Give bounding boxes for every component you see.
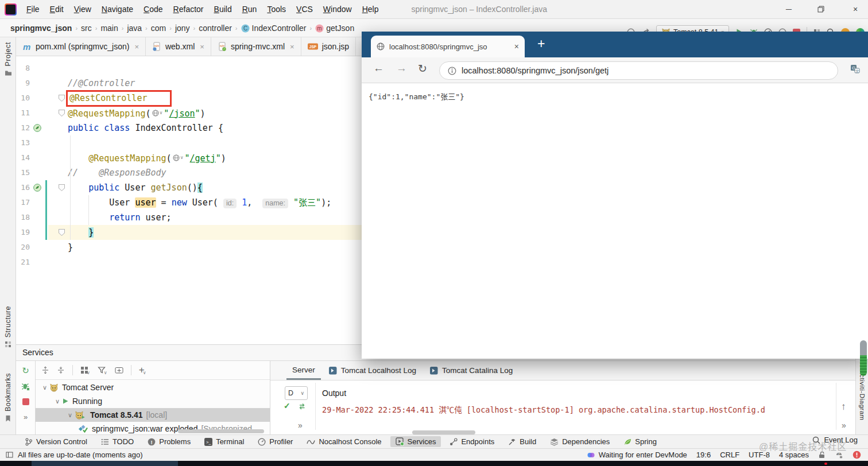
chevron-down-icon[interactable]: ∨	[65, 411, 75, 419]
menu-file[interactable]: File	[21, 0, 45, 18]
tab-close-icon[interactable]: ×	[290, 42, 294, 51]
tree-node-springmvc-json-war-exploded[interactable]: springmvc_json:war exploded[Synchronized	[36, 422, 286, 436]
menu-refactor[interactable]: Refactor	[168, 0, 209, 18]
toolwindow-spring[interactable]: Spring	[618, 436, 662, 447]
fold-marker-icon[interactable]	[59, 229, 65, 236]
breadcrumb-item-com[interactable]: com	[151, 24, 166, 33]
log-dropdown[interactable]: D ∨	[285, 386, 308, 400]
chevron-down-icon: ∨	[300, 390, 304, 396]
menu-tools[interactable]: Tools	[262, 0, 291, 18]
stop-button[interactable]	[22, 398, 29, 405]
fold-marker-icon[interactable]	[59, 184, 65, 191]
info-icon[interactable]	[448, 67, 456, 75]
indent-setting[interactable]: 4 spaces	[779, 451, 809, 459]
browser-tab[interactable]: localhost:8080/springmvc_jso ×	[371, 36, 525, 57]
new-tab-button[interactable]: +	[537, 36, 545, 52]
unlock-icon[interactable]	[818, 451, 826, 459]
toolwindow-todo[interactable]: TODO	[96, 436, 139, 447]
minimize-button[interactable]: ─	[784, 5, 793, 14]
stripe-bookmarks[interactable]: Bookmarks	[0, 373, 16, 422]
menu-navigate[interactable]: Navigate	[96, 0, 138, 18]
scroll-up-button[interactable]: ↑	[841, 401, 846, 413]
forward-button[interactable]: →	[396, 62, 407, 75]
editor-tab-json.jsp[interactable]: JSPjson.jsp	[301, 37, 356, 56]
more-right-actions[interactable]: »	[842, 421, 846, 430]
toolwindow-build[interactable]: Build	[503, 436, 541, 447]
restore-button[interactable]	[817, 6, 827, 13]
fold-marker-icon[interactable]	[59, 95, 65, 102]
reload-button[interactable]: ↻	[418, 62, 427, 75]
debug-restart-button[interactable]	[21, 382, 30, 391]
toolwindow-terminal[interactable]: >_Terminal	[199, 436, 249, 447]
breadcrumb-separator: ›	[192, 25, 197, 32]
editor-tab-pom.xml[interactable]: mpom.xml (springmvc_json)×	[16, 37, 146, 56]
toolwindow-dependencies[interactable]: Dependencies	[545, 436, 615, 447]
toolwindow-profiler[interactable]: Profiler	[253, 436, 298, 447]
menu-build[interactable]: Build	[209, 0, 237, 18]
toolwindow-services[interactable]: Services	[390, 436, 441, 447]
stripe-structure[interactable]: Structure	[0, 306, 16, 348]
expand-all-button[interactable]	[41, 366, 49, 374]
error-indicator-icon[interactable]	[852, 451, 861, 459]
menu-view[interactable]: View	[69, 0, 96, 18]
event-log-button[interactable]: Event Log	[812, 436, 858, 444]
stripe-project[interactable]: Project	[0, 42, 16, 76]
breadcrumb-item-jony[interactable]: jony	[175, 24, 190, 33]
filter-button[interactable]: ∨	[98, 366, 107, 374]
browser-scrollbar[interactable]	[860, 340, 867, 376]
menu-code[interactable]: Code	[138, 0, 168, 18]
group-button[interactable]: ∨	[80, 366, 90, 374]
frame-plus-button[interactable]	[115, 366, 123, 374]
url-mapping-inlay[interactable]: ∨	[172, 150, 185, 165]
devmode-status[interactable]: Waiting for enter DevMode	[587, 451, 687, 459]
menu-run[interactable]: Run	[237, 0, 262, 18]
console-tab-server[interactable]: Server	[286, 361, 321, 380]
breadcrumb-item-java[interactable]: java	[127, 24, 142, 33]
breadcrumb-item-IndexController[interactable]: CIndexController	[241, 24, 307, 33]
tab-close-icon[interactable]: ×	[514, 42, 519, 51]
translate-icon[interactable]: G文	[850, 64, 860, 73]
tree-node-tomcat-8-5-41[interactable]: ∨Tomcat 8.5.41[local]	[36, 408, 286, 422]
collapse-all-button[interactable]	[57, 366, 65, 374]
editor-tab-web.xml[interactable]: </>web.xml×	[146, 37, 211, 56]
url-mapping-inlay[interactable]: ∨	[151, 106, 164, 121]
toolwindow-endpoints[interactable]: Endpoints	[444, 436, 499, 447]
console-tab-tomcat-localhost-log[interactable]: Tomcat Localhost Log	[323, 361, 422, 380]
caret-position[interactable]: 19:6	[696, 451, 711, 459]
help-gear-icon[interactable]: ?	[835, 451, 843, 459]
toolwindow-version-control[interactable]: Version Control	[20, 436, 92, 447]
tree-node-running[interactable]: ∨Running	[36, 394, 286, 408]
file-encoding[interactable]: UTF-8	[749, 451, 770, 459]
breadcrumb-item-src[interactable]: src	[81, 24, 92, 33]
rerun-console-icon[interactable]	[298, 402, 307, 411]
back-button[interactable]: ←	[373, 62, 384, 75]
fold-marker-icon[interactable]	[59, 110, 65, 116]
more-actions-left[interactable]: »	[24, 413, 28, 421]
menu-edit[interactable]: Edit	[45, 0, 69, 18]
tab-close-icon[interactable]: ×	[200, 42, 204, 51]
breadcrumb-item-controller[interactable]: controller	[199, 24, 232, 33]
menu-help[interactable]: Help	[357, 0, 384, 18]
chevron-down-icon[interactable]: ∨	[40, 384, 49, 391]
breadcrumb-item-main[interactable]: main	[100, 24, 118, 33]
tab-close-icon[interactable]: ×	[134, 42, 139, 51]
rerun-server-button[interactable]: ↻	[22, 367, 29, 375]
more-console-actions[interactable]: »	[298, 421, 303, 430]
close-button[interactable]: ×	[851, 5, 860, 14]
tree-node-tomcat-server[interactable]: ∨Tomcat Server	[36, 380, 286, 394]
address-bar[interactable]: localhost:8080/springmvc_json/json/getj	[439, 61, 838, 80]
console-tab-tomcat-catalina-log[interactable]: Tomcat Catalina Log	[424, 361, 518, 380]
editor-tab-spring-mvc.xml[interactable]: </>spring-mvc.xml×	[211, 37, 301, 56]
breadcrumb-item-getJson[interactable]: mgetJson	[315, 24, 354, 33]
breadcrumb-separator: ›	[121, 25, 125, 32]
breadcrumb-item-springmvc_json[interactable]: springmvc_json	[10, 24, 72, 33]
tree-horizontal-scrollbar[interactable]	[178, 429, 264, 433]
line-ending[interactable]: CRLF	[720, 451, 739, 459]
menu-vcs[interactable]: VCS	[291, 0, 318, 18]
plus-sign-button[interactable]: +∨	[139, 367, 146, 374]
chevron-down-icon[interactable]: ∨	[53, 398, 62, 405]
output-horizontal-scrollbar[interactable]	[412, 430, 475, 434]
toolwindow-nocalhost-console[interactable]: Nocalhost Console	[301, 436, 386, 447]
menu-window[interactable]: Window	[318, 0, 357, 18]
toolwindow-problems[interactable]: !Problems	[142, 436, 196, 447]
